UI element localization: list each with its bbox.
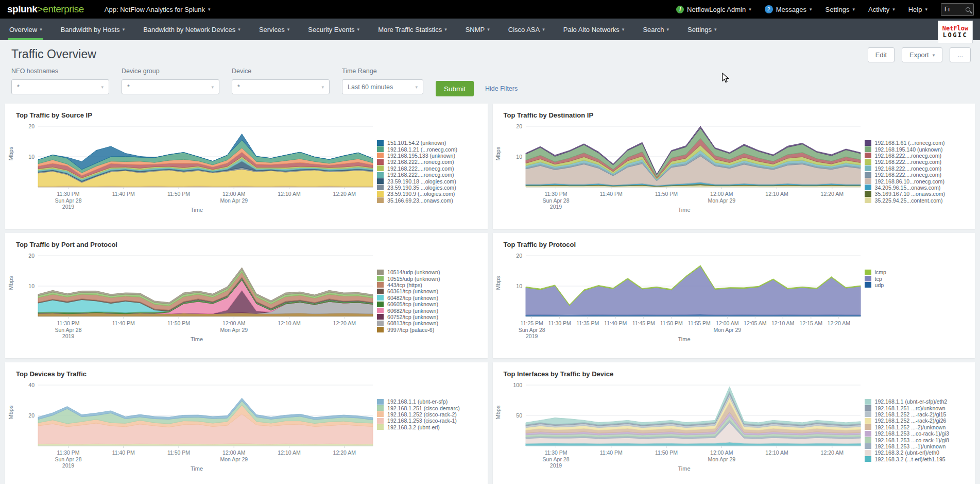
legend-label: 192.168.86.10...ronecg.com) (875, 178, 944, 185)
edit-button[interactable]: Edit (868, 47, 895, 62)
y-axis-label: Mbps (493, 249, 504, 316)
y-axis-label: Mbps (493, 379, 504, 446)
legend-item[interactable]: 192.168.1.21 (...ronecg.com) (377, 146, 478, 152)
legend-swatch (377, 178, 384, 184)
legend-item[interactable]: 192.168.222....ronecg.com) (865, 165, 966, 172)
legend-item[interactable]: 192.168.1.1 (ubnt-er-sfp)/eth2 (865, 398, 966, 405)
export-button[interactable]: Export ▾ (902, 47, 942, 62)
area-chart[interactable]: 102011:25 PM11:30 PM11:35 PM11:40 PM11:4… (504, 249, 865, 339)
legend-item[interactable]: 192.168.1.251 ...rc)/unknown (865, 405, 966, 411)
legend-item[interactable]: 35.225.94.25...content.com) (865, 197, 966, 204)
user-menu[interactable]: i NetflowLogic Admin ▾ (676, 6, 751, 13)
legend-item[interactable]: 151.101.54.2 (unknown) (377, 140, 478, 146)
legend-item[interactable]: 192.168.222....ronecg.com) (377, 165, 478, 172)
filter-select-device-group[interactable]: *▾ (122, 79, 219, 94)
area-chart[interactable]: 102011:30 PM11:40 PM11:50 PM12:00 AM12:1… (16, 249, 377, 339)
legend-item[interactable]: 192.168.1.252 ...-rack-2)/gi26 (865, 418, 966, 424)
legend-item[interactable]: 192.168.195.133 (unknown) (377, 153, 478, 159)
legend-item[interactable]: 192.168.1.252 (cisco-rack-2) (377, 411, 478, 418)
nav-item-security-events[interactable]: Security Events▾ (299, 19, 369, 40)
legend-label: 192.168.222....ronecg.com) (875, 165, 942, 172)
nav-item-bandwidth-by-network-devices[interactable]: Bandwidth by Network Devices▾ (134, 19, 250, 40)
legend-item[interactable]: icmp (865, 269, 966, 275)
hide-filters-link[interactable]: Hide Filters (485, 85, 518, 92)
area-chart[interactable]: 102011:30 PM11:40 PM11:50 PM12:00 AM12:1… (16, 120, 377, 210)
legend-item[interactable]: 192.168.1.251 (cisco-demarc) (377, 405, 478, 411)
area-chart[interactable]: 204011:30 PM11:40 PM11:50 PM12:00 AM12:1… (16, 379, 377, 469)
submit-button[interactable]: Submit (436, 81, 474, 96)
legend-item[interactable]: udp (865, 282, 966, 288)
area-chart[interactable]: 102011:30 PM11:40 PM11:50 PM12:00 AM12:1… (504, 120, 865, 210)
legend-item[interactable]: 192.168.1.253 ...-1)/unknown (865, 443, 966, 449)
legend-item[interactable]: 60813/tcp (unknown) (377, 320, 478, 326)
legend-item[interactable]: 192.168.1.252 ...-2)/unknown (865, 424, 966, 430)
legend-item[interactable]: 23.59.190.35 ...ologies.com) (377, 185, 478, 191)
nav-item-services[interactable]: Services▾ (250, 19, 299, 40)
legend-swatch (377, 289, 384, 294)
legend-item[interactable]: 35.166.69.23...onaws.com) (377, 197, 478, 204)
legend-swatch (865, 270, 871, 275)
more-button[interactable]: ... (950, 47, 971, 62)
activity-menu[interactable]: Activity ▾ (868, 6, 895, 13)
legend-item[interactable]: 192.168.3.2 (ubnt-erl)/eth0 (865, 449, 966, 456)
legend-item[interactable]: 192.168.3.2 (...t-erl)/eth1.195 (865, 456, 966, 462)
legend-item[interactable]: 23.59.190.9 (...ologies.com) (377, 191, 478, 197)
area-series[interactable] (526, 387, 861, 425)
legend-item[interactable]: 10515/udp (unknown) (377, 275, 478, 281)
legend-item[interactable]: 192.168.222....ronecg.com) (377, 172, 478, 178)
legend-item[interactable]: 34.205.96.15...onaws.com) (865, 185, 966, 191)
nav-item-settings[interactable]: Settings▾ (678, 19, 726, 40)
legend-item[interactable]: 192.168.222....ronecg.com) (377, 159, 478, 165)
legend-item[interactable]: 192.168.3.2 (ubnt-erl) (377, 424, 478, 430)
legend-item[interactable]: 23.59.190.18 ...ologies.com) (377, 178, 478, 184)
legend-item[interactable]: 10514/udp (unknown) (377, 269, 478, 275)
legend-item[interactable]: 60752/tcp (unknown) (377, 314, 478, 320)
messages-menu[interactable]: 2 Messages ▾ (765, 5, 812, 13)
nav-item-snmp[interactable]: SNMP▾ (456, 19, 499, 40)
nav-item-bandwidth-by-hosts[interactable]: Bandwidth by Hosts▾ (51, 19, 134, 40)
legend-label: 192.168.1.251 ...rc)/unknown (875, 405, 945, 411)
splunk-logo[interactable]: splunk>enterprise (7, 4, 84, 15)
info-icon: i (676, 6, 684, 13)
nav-item-cisco-asa[interactable]: Cisco ASA▾ (499, 19, 554, 40)
legend-item[interactable]: 60482/tcp (unknown) (377, 295, 478, 301)
app-menu[interactable]: App: NetFlow Analytics for Splunk ▾ (105, 6, 211, 13)
legend-item[interactable]: 192.168.222....ronecg.com) (865, 159, 966, 165)
settings-menu[interactable]: Settings ▾ (826, 6, 855, 13)
legend-item[interactable]: 60682/tcp (unknown) (377, 307, 478, 313)
legend-item[interactable]: 192.168.1.253 (cisco-rack-1) (377, 418, 478, 424)
filter-select-device[interactable]: *▾ (232, 79, 330, 94)
legend-item[interactable]: 35.169.167.10 ...onaws.com) (865, 191, 966, 197)
legend-item[interactable]: 60361/tcp (unknown) (377, 288, 478, 294)
legend-item[interactable]: 443/tcp (https) (377, 282, 478, 288)
chart-legend: 192.168.1.61 (...ronecg.com)192.168.195.… (865, 120, 966, 204)
legend-item[interactable]: 9997/tcp (palace-6) (377, 327, 478, 333)
svg-text:11:25 PM: 11:25 PM (520, 320, 543, 326)
nav-item-overview[interactable]: Overview▾ (0, 19, 51, 40)
area-series[interactable] (526, 266, 861, 315)
chevron-down-icon: ▾ (101, 85, 104, 90)
nav-item-more-traffic-statistics[interactable]: More Traffic Statistics▾ (369, 19, 456, 40)
legend-item[interactable]: 192.168.1.252 ...-rack-2)/gi15 (865, 411, 966, 418)
legend-item[interactable]: 192.168.222....ronecg.com) (865, 172, 966, 178)
legend-item[interactable]: 192.168.1.1 (ubnt-er-sfp) (377, 398, 478, 405)
legend-item[interactable]: 192.168.195.140 (unknown) (865, 146, 966, 152)
help-menu[interactable]: Help ▾ (908, 6, 927, 13)
find-search-input[interactable]: Fi (941, 3, 974, 16)
legend-item[interactable]: 192.168.1.253 ...co-rack-1)/gi3 (865, 430, 966, 437)
area-chart[interactable]: 5010011:30 PM11:40 PM11:50 PM12:00 AM12:… (504, 379, 865, 469)
legend-item[interactable]: 192.168.86.10...ronecg.com) (865, 178, 966, 184)
filter-select-nfo-hostnames[interactable]: *▾ (11, 79, 109, 94)
legend-item[interactable]: 192.168.222....ronecg.com) (865, 153, 966, 159)
chevron-down-icon: ▾ (852, 7, 855, 12)
svg-text:12:00 AM: 12:00 AM (710, 191, 733, 197)
legend-item[interactable]: tcp (865, 275, 966, 281)
legend-item[interactable]: 192.168.1.253 ...co-rack-1)/gi8 (865, 437, 966, 443)
filter-select-time-range[interactable]: Last 60 minutes▾ (342, 79, 423, 94)
svg-text:Sun Apr 28: Sun Apr 28 (542, 197, 569, 204)
nav-item-search[interactable]: Search▾ (633, 19, 678, 40)
legend-item[interactable]: 192.168.1.61 (...ronecg.com) (865, 140, 966, 146)
area-series[interactable] (38, 401, 373, 424)
legend-item[interactable]: 60605/tcp (unknown) (377, 301, 478, 307)
nav-item-palo-alto-networks[interactable]: Palo Alto Networks▾ (554, 19, 634, 40)
